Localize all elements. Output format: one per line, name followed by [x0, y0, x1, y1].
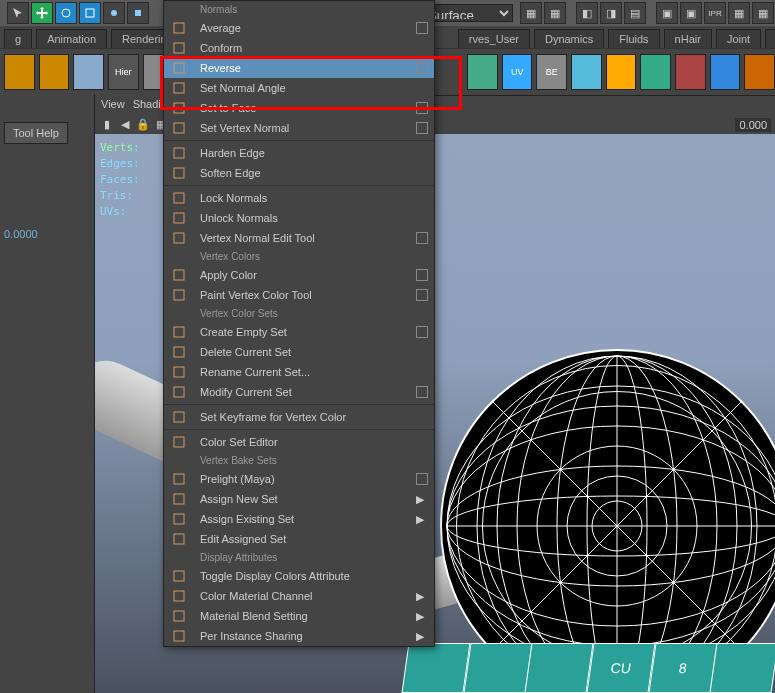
menu-item[interactable]: Reverse	[164, 58, 434, 78]
shelf-tab[interactable]: nHair	[664, 29, 712, 48]
menu-item[interactable]: Prelight (Maya)	[164, 469, 434, 489]
menu-item-icon	[164, 606, 194, 626]
toolbar-icon[interactable]: ◨	[600, 2, 622, 24]
shelf-icon[interactable]	[675, 54, 706, 90]
menu-item-icon	[164, 208, 194, 228]
shelf-icon[interactable]: Hier	[108, 54, 139, 90]
menu-item[interactable]: Per Instance Sharing▶	[164, 626, 434, 646]
menu-item[interactable]: Harden Edge	[164, 143, 434, 163]
menu-item[interactable]: Color Material Channel▶	[164, 586, 434, 606]
menu-item[interactable]: Toggle Display Colors Attribute	[164, 566, 434, 586]
option-box-icon[interactable]	[416, 122, 428, 134]
toolbar-icon[interactable]: ▦	[544, 2, 566, 24]
svg-rect-21	[174, 23, 184, 33]
menu-item[interactable]: Rename Current Set...	[164, 362, 434, 382]
shelf-icon[interactable]	[606, 54, 637, 90]
shelf-tab[interactable]: Animation	[36, 29, 107, 48]
shelf-icon[interactable]	[39, 54, 70, 90]
render-icon[interactable]: ▣	[656, 2, 678, 24]
toolbar-icon[interactable]: ▦	[728, 2, 750, 24]
floor-tile	[401, 643, 470, 693]
menu-item[interactable]: Conform	[164, 38, 434, 58]
shelf-icon[interactable]	[571, 54, 602, 90]
menu-item[interactable]: Assign New Set▶	[164, 489, 434, 509]
menu-item-icon	[164, 285, 194, 305]
menu-item[interactable]: Assign Existing Set▶	[164, 509, 434, 529]
hud-line: Faces:	[100, 172, 140, 188]
shelf-tab[interactable]: _3Deligh	[765, 29, 775, 48]
shelf-icon[interactable]	[467, 54, 498, 90]
panel-menu-shading[interactable]: Shadi	[133, 98, 161, 110]
shelf-tab[interactable]: rves_User	[458, 29, 530, 48]
menu-item[interactable]: Vertex Normal Edit Tool	[164, 228, 434, 248]
rotate-icon[interactable]	[55, 2, 77, 24]
option-box-icon[interactable]	[416, 102, 428, 114]
menu-item-label: Paint Vertex Color Tool	[194, 289, 416, 301]
menu-item-label: Soften Edge	[194, 167, 428, 179]
toolbar-icon[interactable]: ▦	[520, 2, 542, 24]
option-box-icon[interactable]	[416, 22, 428, 34]
menu-item[interactable]: Set Keyframe for Vertex Color	[164, 407, 434, 427]
option-box-icon[interactable]	[416, 473, 428, 485]
svg-rect-47	[174, 631, 184, 641]
ipr-icon[interactable]: IPR	[704, 2, 726, 24]
shelf-tab[interactable]: Dynamics	[534, 29, 604, 48]
shelf-icon[interactable]: UV	[502, 54, 533, 90]
option-box-icon[interactable]	[416, 289, 428, 301]
arrow-icon[interactable]	[7, 2, 29, 24]
menu-item-icon	[164, 18, 194, 38]
menu-item[interactable]: Unlock Normals	[164, 208, 434, 228]
menu-item[interactable]: Color Set Editor	[164, 432, 434, 452]
toolbar-icon[interactable]: ▤	[624, 2, 646, 24]
svg-rect-39	[174, 437, 184, 447]
option-box-icon[interactable]	[416, 326, 428, 338]
toolbar-icon[interactable]: ◧	[576, 2, 598, 24]
menu-item[interactable]: Set to Face	[164, 98, 434, 118]
menu-item[interactable]: Set Normal Angle	[164, 78, 434, 98]
menu-item[interactable]: Average	[164, 18, 434, 38]
shelf-icon[interactable]	[640, 54, 671, 90]
shelf-icon[interactable]: BE	[536, 54, 567, 90]
shelf-tab[interactable]: g	[4, 29, 32, 48]
menu-item[interactable]: Paint Vertex Color Tool	[164, 285, 434, 305]
menu-header: Normals	[164, 1, 434, 18]
shelf-icon[interactable]	[744, 54, 775, 90]
scale-icon[interactable]	[79, 2, 101, 24]
snap-icon[interactable]	[103, 2, 125, 24]
menu-item[interactable]: Edit Assigned Set	[164, 529, 434, 549]
menu-item[interactable]: Create Empty Set	[164, 322, 434, 342]
shelf-icon[interactable]	[73, 54, 104, 90]
move-icon[interactable]	[31, 2, 53, 24]
option-box-icon[interactable]	[416, 232, 428, 244]
option-box-icon[interactable]	[416, 386, 428, 398]
svg-rect-44	[174, 571, 184, 581]
shelf-tab[interactable]: Joint	[716, 29, 761, 48]
svg-rect-30	[174, 213, 184, 223]
menu-item[interactable]: Apply Color	[164, 265, 434, 285]
render-icon[interactable]: ▣	[680, 2, 702, 24]
option-box-icon[interactable]	[416, 269, 428, 281]
shelf-icon[interactable]	[710, 54, 741, 90]
snap-icon[interactable]	[127, 2, 149, 24]
coordinate-field[interactable]: 0.000	[735, 118, 771, 132]
menu-item[interactable]: Set Vertex Normal	[164, 118, 434, 138]
svg-rect-24	[174, 83, 184, 93]
tool-help-button[interactable]: Tool Help	[4, 122, 68, 144]
menu-item[interactable]: Delete Current Set	[164, 342, 434, 362]
camera-icon[interactable]: ◀	[117, 116, 133, 132]
menu-item[interactable]: Lock Normals	[164, 188, 434, 208]
shelf-icon[interactable]	[4, 54, 35, 90]
menu-item[interactable]: Modify Current Set	[164, 382, 434, 402]
lock-icon[interactable]: 🔒	[135, 116, 151, 132]
menu-item-label: Create Empty Set	[194, 326, 416, 338]
shelf-tab[interactable]: Fluids	[608, 29, 659, 48]
menu-item-label: Average	[194, 22, 416, 34]
svg-rect-26	[174, 123, 184, 133]
menu-item[interactable]: Material Blend Setting▶	[164, 606, 434, 626]
svg-point-0	[62, 9, 70, 17]
panel-menu-view[interactable]: View	[101, 98, 125, 110]
toolbar-icon[interactable]: ▦	[752, 2, 774, 24]
menu-item[interactable]: Soften Edge	[164, 163, 434, 183]
option-box-icon[interactable]	[416, 62, 428, 74]
camera-icon[interactable]: ▮	[99, 116, 115, 132]
